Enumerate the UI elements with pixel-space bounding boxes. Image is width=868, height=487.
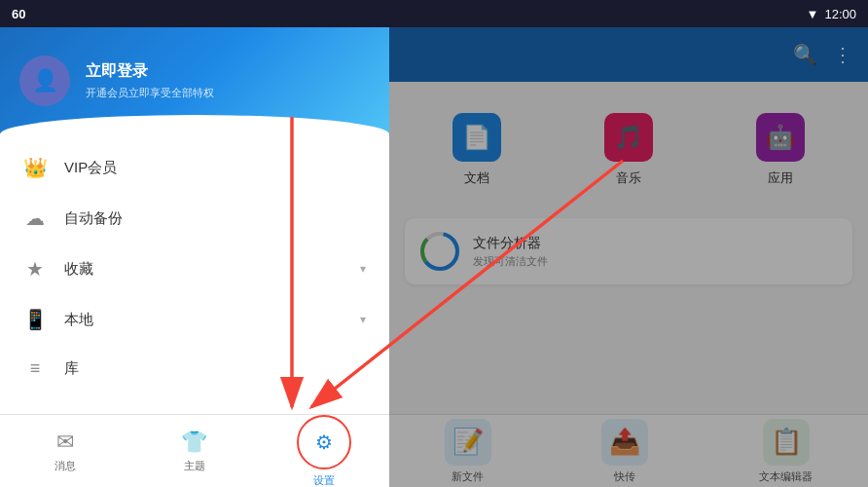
sidebar-wave	[0, 115, 389, 134]
local-label: 本地	[64, 311, 343, 329]
main-layout: 👤 立即登录 开通会员立即享受全部特权 👑 VIP会员 ☁ 自动备份 ★ 收藏 …	[0, 27, 868, 487]
settings-label: 设置	[313, 473, 335, 488]
backup-label: 自动备份	[64, 209, 366, 228]
theme-icon: 👕	[181, 430, 207, 455]
nav-settings[interactable]: ⚙ 设置	[260, 407, 389, 488]
wifi-icon: ▼	[807, 7, 819, 21]
sidebar-item-vip[interactable]: 👑 VIP会员	[0, 142, 389, 193]
nav-message[interactable]: ✉ 消息	[0, 422, 129, 481]
phone-icon: 📱	[23, 308, 47, 331]
sidebar-item-collect[interactable]: ★ 收藏 ▾	[0, 244, 389, 294]
sidebar-item-library[interactable]: ≡ 库	[0, 345, 389, 393]
avatar-icon: 👤	[32, 68, 58, 94]
sidebar-header[interactable]: 👤 立即登录 开通会员立即享受全部特权	[0, 27, 389, 134]
sidebar-menu: 👑 VIP会员 ☁ 自动备份 ★ 收藏 ▾ 📱 本地 ▾ ≡ 库	[0, 134, 389, 414]
library-icon: ≡	[23, 358, 47, 379]
sidebar-item-local[interactable]: 📱 本地 ▾	[0, 294, 389, 345]
sidebar: 👤 立即登录 开通会员立即享受全部特权 👑 VIP会员 ☁ 自动备份 ★ 收藏 …	[0, 27, 389, 487]
status-bar: 60 ▼ 12:00	[0, 0, 868, 27]
sidebar-bottom-nav: ✉ 消息 👕 主题 ⚙ 设置	[0, 414, 389, 487]
nav-theme[interactable]: 👕 主题	[129, 422, 259, 481]
clock: 12:00	[824, 7, 856, 21]
chevron-icon: ▾	[360, 262, 366, 276]
settings-icon: ⚙	[315, 431, 333, 454]
settings-circle: ⚙	[297, 415, 351, 469]
avatar: 👤	[19, 56, 70, 106]
library-label: 库	[64, 359, 366, 378]
status-right: ▼ 12:00	[807, 7, 856, 21]
cloud-icon: ☁	[23, 206, 47, 230]
collect-label: 收藏	[64, 260, 343, 279]
crown-icon: 👑	[23, 156, 47, 179]
theme-label: 主题	[184, 459, 205, 473]
right-overlay	[389, 27, 868, 487]
battery-level: 60	[12, 7, 25, 21]
message-icon: ✉	[56, 430, 74, 455]
login-subtitle: 开通会员立即享受全部特权	[86, 86, 214, 100]
chevron-icon-2: ▾	[360, 313, 366, 326]
content-area: 🔍 ⋮ 📄 文档 🎵 音乐 🤖 应用	[389, 27, 868, 487]
vip-label: VIP会员	[64, 159, 366, 177]
login-title: 立即登录	[86, 61, 214, 82]
message-label: 消息	[54, 459, 76, 473]
star-icon: ★	[23, 257, 47, 281]
sidebar-item-backup[interactable]: ☁ 自动备份	[0, 193, 389, 244]
sidebar-header-text: 立即登录 开通会员立即享受全部特权	[86, 61, 214, 100]
